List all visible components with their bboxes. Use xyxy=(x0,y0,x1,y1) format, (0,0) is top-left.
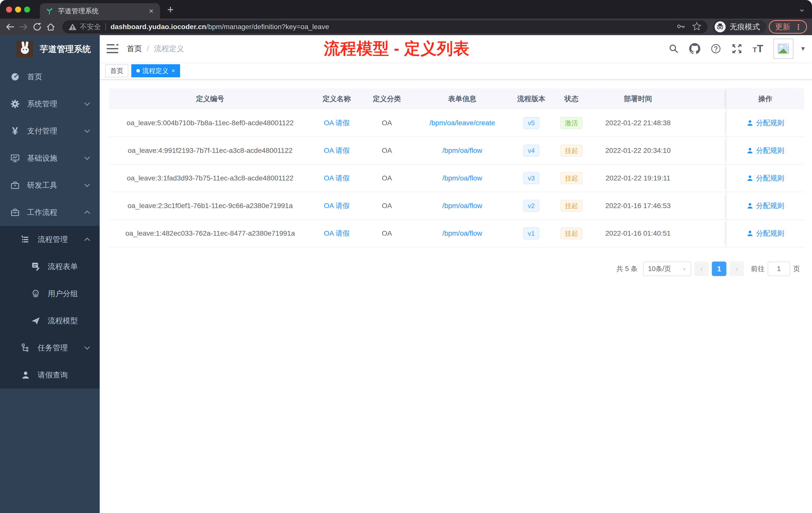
github-icon[interactable] xyxy=(689,43,700,54)
form-link[interactable]: /bpm/oa/flow xyxy=(442,202,482,210)
assign-rule-button[interactable]: 分配规则 xyxy=(747,174,784,183)
page-number-button[interactable]: 1 xyxy=(712,262,726,276)
column-header-id: 定义编号 xyxy=(109,88,312,110)
cell-spacer xyxy=(683,137,726,164)
tag-label: 流程定义 xyxy=(142,66,169,75)
definition-name-link[interactable]: OA 请假 xyxy=(324,201,350,211)
update-label: 更新 xyxy=(775,22,790,32)
assign-rule-button[interactable]: 分配规则 xyxy=(747,229,784,238)
version-badge: v5 xyxy=(523,117,539,129)
avatar-dropdown-caret-icon[interactable]: ▼ xyxy=(800,45,806,52)
form-link[interactable]: /bpm/oa/flow xyxy=(442,230,482,237)
column-header-category: 定义分类 xyxy=(362,88,412,110)
form-link[interactable]: /bpm/oa/leave/create xyxy=(429,119,495,127)
url-path: /bpm/manager/definition?key=oa_leave xyxy=(206,23,329,31)
sidebar-item-label: 首页 xyxy=(27,72,42,82)
sidebar-item-dev-tools[interactable]: 研发工具 xyxy=(0,172,100,199)
status-badge: 激活 xyxy=(560,117,582,129)
sidebar-item-home[interactable]: 首页 xyxy=(0,63,100,90)
prev-page-button[interactable]: ‹ xyxy=(694,262,709,276)
assign-rule-button[interactable]: 分配规则 xyxy=(747,201,784,211)
paper-plane-icon xyxy=(31,316,41,326)
goto-label: 前往 xyxy=(751,264,764,273)
sidebar-item-system[interactable]: 系统管理 xyxy=(0,90,100,117)
tag-close-icon[interactable]: × xyxy=(172,67,175,74)
sidebar-item-label: 支付管理 xyxy=(27,126,57,136)
cell-definition-id: oa_leave:4:991f2193-7b7f-11ec-a3c8-acde4… xyxy=(109,137,312,164)
list-icon xyxy=(21,234,31,244)
sidebar-item-payment[interactable]: ¥ 支付管理 xyxy=(0,117,100,145)
user-icon xyxy=(747,147,754,154)
font-size-icon[interactable]: TT xyxy=(753,43,763,55)
home-icon[interactable] xyxy=(45,21,56,32)
tab-search-chevron-icon[interactable]: ⌄ xyxy=(799,3,806,13)
form-link[interactable]: /bpm/oa/flow xyxy=(442,147,482,155)
back-icon[interactable] xyxy=(4,21,16,32)
chevron-up-icon xyxy=(84,238,90,243)
briefcase-icon xyxy=(10,207,20,217)
table-header-row: 定义编号 定义名称 定义分类 表单信息 流程版本 状态 部署时间 操作 xyxy=(109,88,804,110)
sidebar-item-label: 流程模型 xyxy=(48,316,78,326)
password-key-icon[interactable] xyxy=(676,22,686,32)
column-header-actions: 操作 xyxy=(726,88,804,110)
assign-rule-label: 分配规则 xyxy=(756,118,784,128)
breadcrumb-home[interactable]: 首页 xyxy=(127,44,142,54)
column-header-status: 状态 xyxy=(550,88,593,110)
cell-category: OA xyxy=(362,220,412,247)
avatar[interactable] xyxy=(773,39,793,59)
chevron-down-icon xyxy=(84,100,90,106)
sidebar-item-process-model[interactable]: 流程模型 xyxy=(0,307,100,334)
traffic-lights xyxy=(6,6,30,12)
tab-close-icon[interactable]: × xyxy=(148,7,154,15)
assign-rule-button[interactable]: 分配规则 xyxy=(747,118,784,128)
fullscreen-icon[interactable] xyxy=(731,43,743,54)
address-bar[interactable]: 不安全 dashboard.yudao.iocoder.cn/bpm/manag… xyxy=(62,20,707,33)
definition-name-link[interactable]: OA 请假 xyxy=(324,146,350,155)
page-jump-input[interactable] xyxy=(767,262,790,276)
assign-rule-button[interactable]: 分配规则 xyxy=(747,146,784,155)
cell-spacer xyxy=(683,164,726,192)
sidebar-item-workflow[interactable]: 工作流程 xyxy=(0,199,100,226)
browser-update-button[interactable]: 更新 ⋮ xyxy=(769,20,807,34)
sidebar-item-task-management[interactable]: 任务管理 xyxy=(0,334,100,361)
cell-category: OA xyxy=(362,192,412,219)
breadcrumb-separator: / xyxy=(147,44,149,53)
reload-icon[interactable] xyxy=(32,21,43,32)
status-badge: 挂起 xyxy=(560,228,582,239)
url-text[interactable]: dashboard.yudao.iocoder.cn/bpm/manager/d… xyxy=(111,23,670,31)
active-tag-dot xyxy=(136,69,140,72)
cell-spacer xyxy=(683,220,726,247)
broken-image-icon xyxy=(778,43,789,54)
search-icon[interactable] xyxy=(668,43,679,54)
sidebar-item-leave-query[interactable]: 请假查询 xyxy=(0,361,100,389)
definition-name-link[interactable]: OA 请假 xyxy=(324,118,350,128)
url-domain: dashboard.yudao.iocoder.cn xyxy=(111,23,206,31)
sidebar-item-infrastructure[interactable]: 基础设施 xyxy=(0,145,100,172)
bookmark-star-icon[interactable] xyxy=(692,22,701,32)
help-icon[interactable] xyxy=(710,43,721,54)
column-header-name: 定义名称 xyxy=(312,88,362,110)
incognito-badge: 无痕模式 xyxy=(713,20,766,34)
minimize-window-button[interactable] xyxy=(15,6,21,12)
browser-tab[interactable]: 芋道管理系统 × xyxy=(40,3,160,19)
zoom-window-button[interactable] xyxy=(24,6,30,12)
close-window-button[interactable] xyxy=(6,6,12,12)
security-label[interactable]: 不安全 xyxy=(80,22,101,32)
form-link[interactable]: /bpm/oa/flow xyxy=(442,174,482,182)
sidebar-item-process-form[interactable]: 流程表单 xyxy=(0,253,100,280)
sidebar-item-user-group[interactable]: 用户分组 xyxy=(0,280,100,307)
new-tab-button[interactable]: + xyxy=(167,4,174,15)
forward-icon[interactable] xyxy=(18,21,29,32)
sidebar-toggle-icon[interactable] xyxy=(107,43,118,55)
next-page-button[interactable]: › xyxy=(729,262,744,276)
tag-process-definition[interactable]: 流程定义 × xyxy=(131,64,180,77)
navbar-actions: TT ▼ xyxy=(668,39,806,59)
definition-name-link[interactable]: OA 请假 xyxy=(324,229,350,238)
sidebar-logo[interactable]: 芋道管理系统 xyxy=(0,35,100,63)
column-header-version: 流程版本 xyxy=(513,88,550,110)
tag-home[interactable]: 首页 xyxy=(105,64,128,77)
definition-name-link[interactable]: OA 请假 xyxy=(324,174,350,183)
sidebar-item-process-management[interactable]: 流程管理 xyxy=(0,226,100,253)
page-size-select[interactable]: 10条/页 ∨ xyxy=(643,262,691,276)
browser-menu-icon[interactable]: ⋮ xyxy=(795,23,802,31)
